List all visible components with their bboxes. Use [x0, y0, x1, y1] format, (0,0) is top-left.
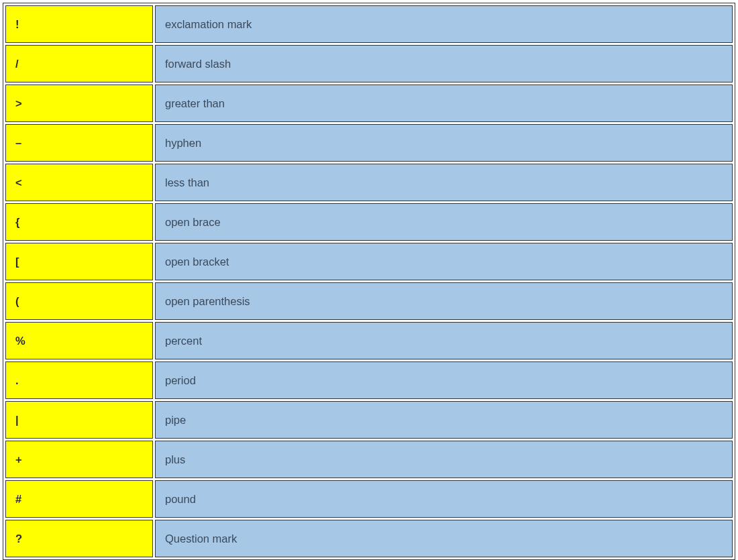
description-cell: open brace: [155, 203, 733, 241]
symbol-cell: /: [5, 45, 153, 82]
description-cell: pound: [155, 480, 733, 518]
symbol-cell: !: [5, 5, 153, 43]
description-cell: hyphen: [155, 124, 733, 162]
table-row: ? Question mark: [5, 520, 733, 557]
table-row: < less than: [5, 164, 733, 201]
description-cell: pipe: [155, 401, 733, 439]
symbol-cell: {: [5, 203, 153, 241]
table-row: { open brace: [5, 203, 733, 241]
symbol-cell: >: [5, 85, 153, 122]
symbol-cell: <: [5, 164, 153, 201]
description-cell: less than: [155, 164, 733, 201]
table-body: ! exclamation mark / forward slash > gre…: [5, 5, 733, 557]
symbol-cell: –: [5, 124, 153, 162]
symbol-cell: [: [5, 243, 153, 280]
table-row: # pound: [5, 480, 733, 518]
description-cell: percent: [155, 322, 733, 359]
description-cell: greater than: [155, 85, 733, 122]
symbol-cell: %: [5, 322, 153, 359]
table-row: ! exclamation mark: [5, 5, 733, 43]
symbol-cell: +: [5, 441, 153, 478]
symbol-cell: ?: [5, 520, 153, 557]
description-cell: forward slash: [155, 45, 733, 82]
table-row: / forward slash: [5, 45, 733, 82]
symbols-table: ! exclamation mark / forward slash > gre…: [3, 3, 735, 560]
description-cell: period: [155, 361, 733, 399]
table-row: > greater than: [5, 85, 733, 122]
table-row: ( open parenthesis: [5, 282, 733, 320]
description-cell: plus: [155, 441, 733, 478]
description-cell: open bracket: [155, 243, 733, 280]
symbol-cell: .: [5, 361, 153, 399]
table-row: – hyphen: [5, 124, 733, 162]
table-row: [ open bracket: [5, 243, 733, 280]
symbol-cell: #: [5, 480, 153, 518]
table-row: | pipe: [5, 401, 733, 439]
table-row: % percent: [5, 322, 733, 359]
description-cell: open parenthesis: [155, 282, 733, 320]
symbol-cell: (: [5, 282, 153, 320]
symbol-cell: |: [5, 401, 153, 439]
table-row: + plus: [5, 441, 733, 478]
description-cell: exclamation mark: [155, 5, 733, 43]
description-cell: Question mark: [155, 520, 733, 557]
table-row: . period: [5, 361, 733, 399]
